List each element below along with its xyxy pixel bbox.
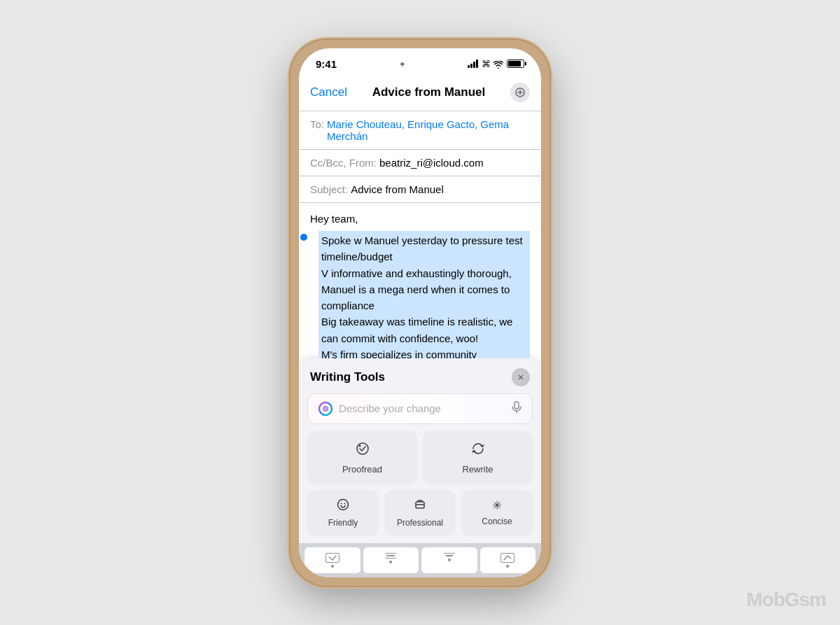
concise-button[interactable]: ✳ Concise — [461, 490, 533, 536]
status-time: 9:41 — [316, 58, 337, 70]
input-placeholder: Describe your change — [339, 402, 505, 414]
mail-header: Cancel Advice from Manuel — [299, 74, 541, 111]
kbd-icon-4 — [500, 553, 514, 563]
to-recipients: Marie Chouteau, Enrique Gacto, Gema Merc… — [327, 118, 530, 142]
kbd-lines — [385, 553, 396, 559]
keyboard-suggestion-4[interactable] — [480, 547, 536, 573]
center-control-icon: + — [400, 59, 405, 69]
cc-label: Cc/Bcc, From: — [310, 157, 377, 169]
mail-body[interactable]: Hey team, Spoke w Manuel yesterday to pr… — [299, 203, 541, 358]
kbd-line-2 — [386, 555, 395, 556]
keyboard-suggestion-1[interactable] — [304, 547, 360, 573]
svg-point-9 — [344, 503, 346, 504]
concise-label: Concise — [482, 517, 512, 526]
selected-text-area: Spoke w Manuel yesterday to pressure tes… — [310, 231, 530, 358]
wifi-icon: ⌘ — [482, 59, 503, 69]
writing-tools-input[interactable]: Describe your change — [307, 393, 533, 424]
friendly-icon — [337, 498, 349, 514]
kbd-line-4 — [444, 553, 455, 554]
kbd-line-1 — [385, 553, 396, 554]
status-bar: 9:41 + ⌘ — [299, 48, 541, 74]
proofread-icon — [355, 441, 370, 460]
rewrite-icon — [470, 441, 486, 460]
subject-field[interactable]: Subject: Advice from Manuel — [299, 176, 541, 203]
keyboard-suggestions — [299, 543, 541, 577]
battery-fill — [508, 61, 521, 66]
mail-title: Advice from Manuel — [372, 85, 486, 99]
kbd-lines-3 — [444, 553, 455, 556]
phone-inner: 9:41 + ⌘ — [299, 48, 541, 577]
professional-button[interactable]: Professional — [384, 490, 456, 536]
svg-point-2 — [323, 406, 328, 412]
status-icons: ⌘ — [468, 59, 524, 69]
to-label: To: — [310, 118, 324, 130]
subject-value: Advice from Manuel — [351, 183, 444, 195]
kbd-icon-1 — [326, 553, 340, 563]
mail-compose: Cancel Advice from Manuel To: Marie Chou… — [299, 74, 541, 577]
kbd-line-3 — [385, 558, 396, 559]
writing-tools-input-row: Describe your change — [299, 393, 541, 431]
writing-tools-close-button[interactable]: × — [512, 368, 530, 386]
to-field[interactable]: To: Marie Chouteau, Enrique Gacto, Gema … — [299, 111, 541, 150]
watermark: MobGsm — [746, 589, 826, 611]
from-value: beatriz_ri@icloud.com — [379, 157, 484, 169]
apple-intelligence-icon — [318, 401, 333, 416]
kbd-dot-2 — [389, 561, 392, 563]
rewrite-button[interactable]: Rewrite — [423, 431, 533, 484]
svg-point-6 — [358, 444, 360, 447]
svg-point-7 — [338, 499, 349, 510]
writing-tools-title: Writing Tools — [310, 370, 385, 384]
svg-rect-3 — [514, 402, 519, 409]
cancel-button[interactable]: Cancel — [310, 85, 347, 99]
tone-tools-row: Friendly Professional — [299, 490, 541, 543]
keyboard-suggestion-2[interactable] — [363, 547, 419, 573]
svg-point-5 — [357, 443, 368, 454]
signal-icon — [468, 59, 478, 68]
close-icon: × — [518, 371, 524, 383]
cc-field[interactable]: Cc/Bcc, From: beatriz_ri@icloud.com — [299, 150, 541, 176]
selected-text: Spoke w Manuel yesterday to pressure tes… — [318, 231, 530, 358]
kbd-dot-3 — [448, 559, 451, 561]
rewrite-label: Rewrite — [462, 464, 493, 475]
selection-handle — [300, 234, 307, 241]
svg-point-8 — [341, 503, 342, 504]
mic-icon[interactable] — [511, 401, 522, 416]
proofread-label: Proofread — [342, 464, 382, 475]
add-attachment-button[interactable] — [510, 83, 530, 102]
phone-frame: 9:41 + ⌘ — [290, 40, 550, 586]
friendly-label: Friendly — [328, 518, 358, 528]
writing-tools-header: Writing Tools × — [299, 358, 541, 393]
concise-icon: ✳ — [492, 498, 502, 513]
professional-label: Professional — [397, 518, 443, 528]
kbd-line-5 — [446, 555, 453, 556]
subject-label: Subject: — [310, 183, 348, 195]
proofread-button[interactable]: Proofread — [307, 431, 417, 484]
main-tools-row: Proofread Rewrite — [299, 431, 541, 490]
battery-icon — [507, 59, 524, 68]
keyboard-suggestion-3[interactable] — [421, 547, 477, 573]
kbd-dot-1 — [331, 565, 334, 568]
kbd-dot-4 — [506, 565, 509, 568]
friendly-button[interactable]: Friendly — [307, 490, 379, 536]
phone-screen: 9:41 + ⌘ — [299, 48, 541, 577]
writing-tools-panel: Writing Tools × — [299, 358, 541, 577]
body-greeting: Hey team, — [310, 211, 530, 227]
professional-icon — [414, 498, 426, 514]
